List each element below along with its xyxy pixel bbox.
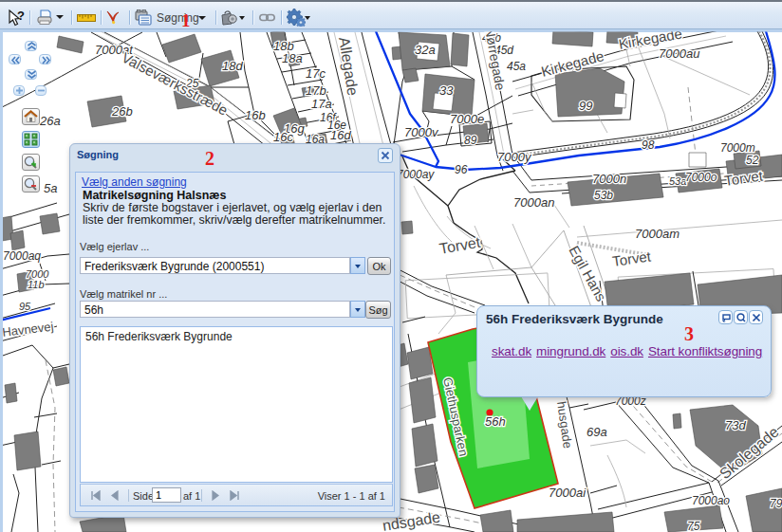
svg-text:18a: 18a <box>282 51 303 65</box>
svg-text:75: 75 <box>687 520 700 532</box>
svg-text:7000an: 7000an <box>513 195 554 210</box>
svg-text:79: 79 <box>770 497 782 510</box>
svg-text:18d: 18d <box>222 59 243 73</box>
svg-text:69a: 69a <box>586 425 607 439</box>
svg-text:7000ay: 7000ay <box>397 168 435 181</box>
svg-text:7000y: 7000y <box>497 150 532 164</box>
svg-text:11b: 11b <box>28 279 45 290</box>
svg-text:16d: 16d <box>330 128 351 142</box>
svg-text:52: 52 <box>746 154 759 167</box>
svg-text:17c: 17c <box>306 66 326 81</box>
svg-text:53a: 53a <box>669 175 686 187</box>
svg-text:?: ? <box>17 9 25 23</box>
svg-text:7000e: 7000e <box>450 112 484 126</box>
svg-text:99: 99 <box>579 99 592 113</box>
svg-text:7000v: 7000v <box>404 125 439 139</box>
svg-text:17b: 17b <box>306 83 326 98</box>
svg-text:95: 95 <box>19 301 31 312</box>
svg-text:26a: 26a <box>39 114 61 128</box>
svg-text:7000ai: 7000ai <box>549 486 586 500</box>
svg-text:7000ao: 7000ao <box>692 494 730 507</box>
svg-text:16c: 16c <box>273 130 293 144</box>
svg-text:56h: 56h <box>485 414 506 429</box>
svg-text:89: 89 <box>464 134 477 147</box>
svg-text:16b: 16b <box>245 108 266 122</box>
svg-text:26b: 26b <box>111 104 133 119</box>
svg-text:73d: 73d <box>725 418 746 432</box>
svg-text:7000o: 7000o <box>685 171 717 184</box>
svg-text:96: 96 <box>455 163 468 176</box>
svg-text:7000am: 7000am <box>635 227 680 241</box>
svg-text:98: 98 <box>642 138 655 152</box>
svg-text:53b: 53b <box>594 189 613 202</box>
svg-text:32a: 32a <box>415 43 436 57</box>
svg-text:17a: 17a <box>311 97 332 111</box>
svg-text:7000m: 7000m <box>720 141 755 155</box>
svg-text:7000au: 7000au <box>659 46 699 61</box>
svg-text:33: 33 <box>439 83 454 98</box>
svg-text:5a: 5a <box>44 181 57 195</box>
svg-text:7000aq: 7000aq <box>3 249 41 263</box>
svg-text:7000n: 7000n <box>592 172 626 186</box>
svg-text:45a: 45a <box>507 60 526 73</box>
